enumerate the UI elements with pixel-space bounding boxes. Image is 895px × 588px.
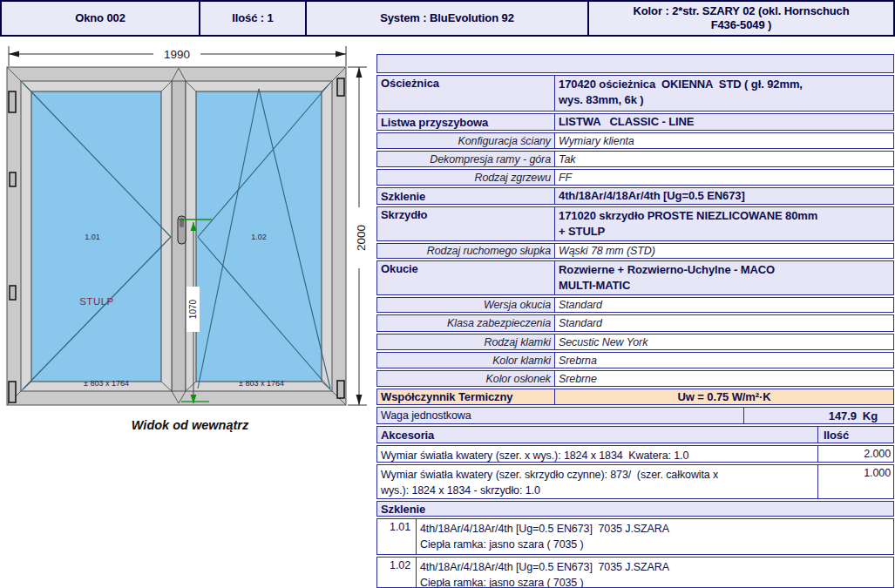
glazing-item-text: 4th/18Ar/4/18Ar/4th [Ug=0.5 EN673] 7035 … xyxy=(416,558,893,587)
sash-value: 171020 skrzydło PROSTE NIEZLICOWANE 80mm… xyxy=(554,207,893,240)
cover-color-value: Srebrne xyxy=(554,371,893,386)
drawing-caption: Widok od wewnątrz xyxy=(132,418,249,432)
accessory-row: Wymiar światła kwatery (szer. skrzydło c… xyxy=(376,464,894,499)
system-name: System : BluEvolution 92 xyxy=(305,2,587,35)
hardware-value: Rozwierne + Rozwierno-Uchylne - MACO MUL… xyxy=(554,261,893,294)
frame-decompression-value: Tak xyxy=(554,152,893,166)
accessories-label: Akcesoria xyxy=(377,427,817,443)
window-handle xyxy=(178,216,186,244)
row-weld-type: Rodzaj zgrzewu FF xyxy=(376,169,894,186)
row-cover-color: Kolor osłonek Srebrne xyxy=(376,370,894,387)
handle-color-value: Srebrna xyxy=(554,353,893,368)
accessories-qty-label: Ilość xyxy=(817,427,893,443)
row-glazing-bead: Listwa przyszybowa LISTWA CLASSIC - LINE xyxy=(376,113,894,131)
frame-label: Ościeżnica xyxy=(377,76,554,111)
handle-type-value: Secustic New York xyxy=(554,335,893,349)
hardware-label: Okucie xyxy=(377,261,554,294)
security-class-value: Standard xyxy=(554,315,893,331)
accessory-text: Wymiar światła kwatery (szer. skrzydło c… xyxy=(377,465,817,498)
spacer-row xyxy=(376,54,894,73)
stulp-label: STULP xyxy=(79,296,114,307)
wall-config-label: Konfiguracja ściany xyxy=(377,133,554,148)
row-frame-decompression: Dekompresja ramy - góra Tak xyxy=(376,151,894,167)
row-wall-config: Konfiguracja ściany Wymiary klienta xyxy=(376,132,894,149)
glazing-value: 4th/18Ar/4/18Ar/4th [Ug=0.5 EN673] xyxy=(554,188,893,204)
handle-height-label: 1070 xyxy=(188,299,198,319)
security-class-label: Klasa zabezpieczenia xyxy=(377,315,554,331)
unit-weight-label: Waga jednostkowa xyxy=(377,408,743,423)
glazing-item-number: 1.02 xyxy=(377,558,416,587)
sash-right-label: 1.02 xyxy=(251,233,267,241)
glazing-item-number: 1.01 xyxy=(377,519,416,554)
title-bar: Okno 002 Ilość : 1 System : BluEvolution… xyxy=(0,0,895,37)
row-thermal: Współczynnik Termiczny Uw = 0.75 W/m²·K xyxy=(376,389,894,405)
handle-type-label: Rodzaj klamki xyxy=(377,335,554,349)
glazing-label: Szklenie xyxy=(377,188,554,204)
glazing-item-text: 4th/18Ar/4/18Ar/4th [Ug=0.5 EN673] 7035 … xyxy=(416,519,893,554)
window-id: Okno 002 xyxy=(2,2,199,35)
height-dim-label: 2000 xyxy=(355,225,368,251)
accessory-qty: 2.000 xyxy=(817,446,893,462)
accessory-text: Wymiar światła kwatery (szer. x wys.): 1… xyxy=(377,446,817,462)
glazing-item-row: 1.01 4th/18Ar/4/18Ar/4th [Ug=0.5 EN673] … xyxy=(376,518,894,555)
row-frame: Ościeżnica 170420 ościeżnica OKIENNA STD… xyxy=(376,75,894,112)
movable-post-value: Wąski 78 mm (STD) xyxy=(554,244,893,258)
frame-decompression-label: Dekompresja ramy - góra xyxy=(377,152,554,166)
height-dim-arrow-bottom xyxy=(356,395,363,405)
sash-label: Skrzydło xyxy=(377,207,554,240)
window-drawing: 1990 xyxy=(0,37,376,455)
wall-config-value: Wymiary klienta xyxy=(554,133,893,148)
row-security-class: Klasa zabezpieczenia Standard xyxy=(376,314,894,332)
glazing-item-row: 1.02 4th/18Ar/4/18Ar/4th [Ug=0.5 EN673] … xyxy=(376,557,894,588)
width-dim-arrow-right xyxy=(336,51,346,57)
thermal-value: Uw = 0.75 W/m²·K xyxy=(554,389,893,404)
row-hardware-version: Wersja okucia Standard xyxy=(376,297,894,313)
sash-left-size: ± 803 x 1764 xyxy=(84,379,129,388)
spec-table: Ościeżnica 170420 ościeżnica OKIENNA STD… xyxy=(376,54,894,588)
unit-weight-value: 147.9 Kg xyxy=(743,408,893,423)
glazing-bead-label: Listwa przyszybowa xyxy=(377,114,554,130)
weld-type-label: Rodzaj zgrzewu xyxy=(377,170,554,185)
sash-left-label: 1.01 xyxy=(85,233,100,241)
row-accessories-header: Akcesoria Ilość xyxy=(376,426,894,443)
row-handle-color: Kolor klamki Srebrna xyxy=(376,352,894,368)
sash-right-size: ± 803 x 1764 xyxy=(239,379,284,388)
quantity: Ilość : 1 xyxy=(199,2,305,35)
glazing-section-label: Szklenie xyxy=(377,502,893,516)
row-unit-weight: Waga jednostkowa 147.9 Kg xyxy=(376,407,894,424)
frame-value: 170420 ościeżnica OKIENNA STD ( gł. 92mm… xyxy=(554,76,893,111)
row-glazing-section-header: Szklenie xyxy=(376,501,894,517)
handle-color-label: Kolor klamki xyxy=(377,353,554,368)
hardware-version-value: Standard xyxy=(554,298,893,312)
glazing-bead-value: LISTWA CLASSIC - LINE xyxy=(554,114,893,130)
accessory-row: Wymiar światła kwatery (szer. x wys.): 1… xyxy=(376,445,894,463)
row-hardware: Okucie Rozwierne + Rozwierno-Uchylne - M… xyxy=(376,260,894,295)
row-movable-post: Rodzaj ruchomego słupka Wąski 78 mm (STD… xyxy=(376,243,894,259)
weld-type-value: FF xyxy=(554,170,893,185)
window-spec-page: Okno 002 Ilość : 1 System : BluEvolution… xyxy=(0,0,895,588)
thermal-label: Współczynnik Termiczny xyxy=(377,389,554,404)
width-dim-arrow-left xyxy=(9,51,19,57)
color-spec: Kolor : 2*str. SZARY 02 (okl. Hornschuch… xyxy=(587,2,893,35)
row-sash: Skrzydło 171020 skrzydło PROSTE NIEZLICO… xyxy=(376,206,894,241)
row-handle-type: Rodzaj klamki Secustic New York xyxy=(376,334,894,350)
hardware-version-label: Wersja okucia xyxy=(377,298,554,312)
movable-post-label: Rodzaj ruchomego słupka xyxy=(377,244,554,258)
height-dim-arrow-top xyxy=(356,67,363,78)
width-dim-label: 1990 xyxy=(164,48,190,61)
cover-color-label: Kolor osłonek xyxy=(377,371,554,386)
row-glazing: Szklenie 4th/18Ar/4/18Ar/4th [Ug=0.5 EN6… xyxy=(376,187,894,205)
accessory-qty: 1.000 xyxy=(817,465,893,498)
